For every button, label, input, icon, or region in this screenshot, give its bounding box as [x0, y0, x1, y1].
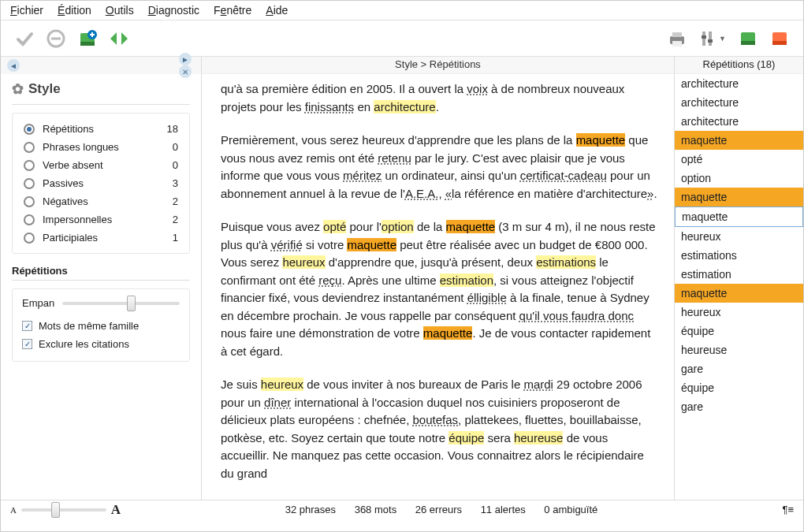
style-option-label: Impersonnelles	[43, 214, 112, 225]
word-item[interactable]: estimation	[675, 265, 803, 284]
word-item[interactable]: heureuse	[675, 340, 803, 359]
word-item[interactable]: gare	[675, 397, 803, 416]
word-item[interactable]: heureux	[675, 227, 803, 246]
status-ambig: 0 ambiguïté	[544, 504, 597, 515]
options-body: Empan ✓ Mots de même famille ✓ Exclure l…	[12, 288, 190, 362]
book-orange-button[interactable]	[765, 25, 794, 52]
style-option-label: Passives	[43, 177, 84, 189]
check-button[interactable]	[10, 25, 39, 52]
stop-button[interactable]	[42, 25, 70, 52]
word-item[interactable]: équipe	[675, 378, 803, 397]
svg-rect-10	[702, 35, 706, 39]
radio-icon	[24, 233, 35, 244]
check-label: Exclure les citations	[39, 338, 129, 350]
word-list: architecturearchitecturearchitecturemaqu…	[675, 74, 803, 500]
menu-fichier[interactable]: Fichier	[10, 4, 43, 17]
check-label: Mots de même famille	[39, 320, 139, 332]
word-item[interactable]: équipe	[675, 322, 803, 340]
style-option-count: 2	[173, 195, 178, 207]
svg-rect-11	[708, 39, 713, 43]
empan-label: Empan	[22, 297, 54, 309]
style-option[interactable]: Phrases longues0	[24, 138, 178, 156]
style-option[interactable]: Impersonnelles2	[24, 210, 178, 229]
svg-rect-6	[672, 32, 682, 37]
statusbar: A A 32 phrases 368 mots 26 erreurs 11 al…	[1, 500, 803, 519]
word-item[interactable]: option	[675, 169, 803, 188]
menu-diagnostic[interactable]: Diagnostic	[148, 4, 199, 17]
word-item[interactable]: maquette	[675, 284, 803, 303]
word-item[interactable]: architecture	[675, 93, 803, 112]
status-alertes: 11 alertes	[481, 504, 526, 515]
style-option[interactable]: Répétitions18	[24, 120, 178, 138]
options-title: Répétitions	[1, 265, 201, 280]
word-item[interactable]: architecture	[675, 112, 803, 131]
sidebar-right: Répétitions (18) architecturearchitectur…	[674, 57, 803, 500]
radio-icon	[24, 196, 35, 207]
nav-forward-icon[interactable]: ►	[179, 53, 192, 65]
word-item[interactable]: maquette	[675, 206, 803, 227]
print-button[interactable]	[663, 25, 691, 52]
font-size-control[interactable]: A A	[10, 502, 121, 518]
style-option-count: 2	[173, 214, 178, 225]
style-option-label: Répétitions	[43, 123, 94, 135]
font-small-icon: A	[10, 505, 17, 515]
menubar: Fichier Édition Outils Diagnostic Fenêtr…	[1, 1, 803, 20]
radio-icon	[24, 142, 35, 153]
radio-icon	[24, 214, 35, 225]
menu-aide[interactable]: Aide	[266, 4, 288, 17]
right-title: Répétitions (18)	[675, 57, 803, 74]
check-exclude-citations[interactable]: ✓ Exclure les citations	[22, 335, 180, 353]
status-erreurs: 26 erreurs	[415, 504, 462, 515]
style-option-count: 3	[173, 177, 178, 189]
svg-rect-15	[772, 41, 787, 45]
word-item[interactable]: architecture	[675, 74, 803, 93]
check-same-family[interactable]: ✓ Mots de même famille	[22, 317, 180, 335]
radio-icon	[24, 124, 35, 135]
book-green-button[interactable]	[734, 25, 762, 52]
word-item[interactable]: estimations	[675, 246, 803, 265]
gear-icon: ✿	[12, 80, 24, 98]
panel-title: ✿ Style	[1, 74, 201, 102]
detail-toggle-icon[interactable]: ¶≡	[762, 504, 794, 515]
style-option-count: 1	[173, 232, 178, 244]
add-book-button[interactable]	[73, 25, 102, 52]
radio-icon	[24, 160, 35, 171]
empan-slider[interactable]	[62, 302, 180, 305]
style-option-count: 0	[173, 159, 178, 171]
word-item[interactable]: opté	[675, 150, 803, 169]
nav-arrows-button[interactable]	[105, 25, 133, 52]
font-large-icon: A	[111, 502, 121, 518]
word-item[interactable]: maquette	[675, 188, 803, 206]
panel-title-text: Style	[28, 81, 61, 97]
style-option[interactable]: Négatives2	[24, 192, 178, 210]
style-option-label: Phrases longues	[43, 141, 119, 153]
menu-outils[interactable]: Outils	[106, 4, 134, 17]
menu-fenetre[interactable]: Fenêtre	[214, 4, 251, 17]
style-option-label: Participiales	[43, 232, 98, 244]
style-option[interactable]: Passives3	[24, 174, 178, 192]
sidebar-left: ◄ ►✕ ✿ Style Répétitions18Phrases longue…	[1, 57, 202, 500]
nav-back-icon[interactable]: ◄	[7, 59, 20, 72]
toolbar: ▼	[1, 20, 803, 57]
document-view[interactable]: qu'à sa première édition en 2005. Il a o…	[202, 74, 674, 500]
style-list: Répétitions18Phrases longues0Verbe absen…	[12, 113, 190, 254]
word-item[interactable]: maquette	[675, 131, 803, 150]
svg-rect-3	[80, 42, 95, 46]
style-option-label: Verbe absent	[43, 159, 103, 171]
radio-icon	[24, 178, 35, 189]
style-option-label: Négatives	[43, 195, 88, 207]
svg-rect-7	[672, 41, 682, 47]
menu-edition[interactable]: Édition	[58, 4, 91, 17]
checkbox-icon: ✓	[22, 321, 32, 331]
svg-rect-9	[709, 32, 712, 46]
word-item[interactable]: gare	[675, 359, 803, 378]
checkbox-icon: ✓	[22, 339, 32, 349]
content-center: Style > Répétitions qu'à sa première édi…	[202, 57, 674, 500]
style-option-count: 18	[167, 123, 178, 135]
status-mots: 368 mots	[355, 504, 396, 515]
style-option[interactable]: Verbe absent0	[24, 156, 178, 174]
style-option[interactable]: Participiales1	[24, 229, 178, 247]
word-item[interactable]: heureux	[675, 303, 803, 322]
style-option-count: 0	[173, 141, 178, 153]
settings-dropdown[interactable]: ▼	[694, 25, 731, 52]
